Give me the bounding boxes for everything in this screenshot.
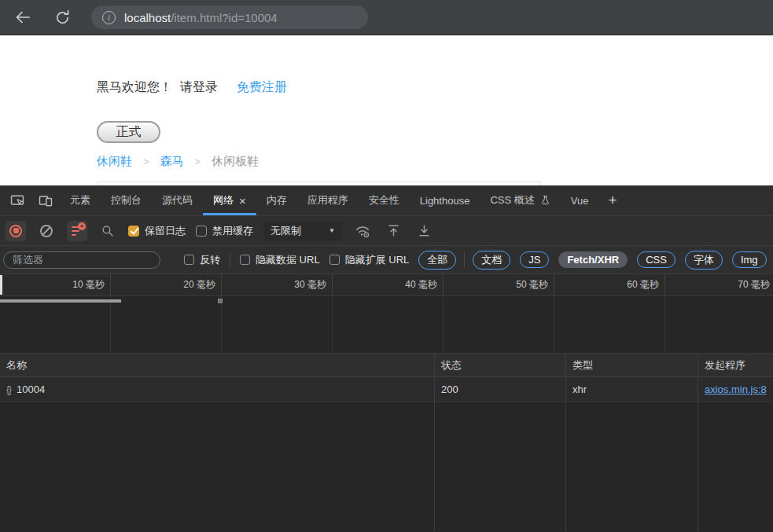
request-name-cell: {} 10004	[0, 377, 435, 402]
timeline-tick: 50 毫秒	[444, 274, 554, 295]
device-toolbar-icon[interactable]	[31, 185, 60, 215]
address-bar[interactable]: i localhost/item.html?id=10004	[91, 6, 368, 29]
filter-pill-img[interactable]: Img	[732, 251, 767, 268]
url-path: /item.html?id=10004	[171, 11, 278, 24]
timeline-tick: 20 毫秒	[111, 274, 222, 295]
invert-checkbox[interactable]: 反转	[184, 253, 220, 267]
timeline-tick: 30 毫秒	[222, 274, 333, 295]
import-har-icon[interactable]	[383, 221, 403, 241]
column-header-name[interactable]: 名称	[0, 354, 435, 376]
experiment-flask-icon	[540, 195, 550, 206]
record-ring	[9, 225, 22, 237]
timeline-ruler: 10 毫秒 20 毫秒 30 毫秒 40 毫秒 50 毫秒 60 毫秒 70 毫…	[0, 274, 773, 296]
filter-pill-fetch-xhr[interactable]: Fetch/XHR	[558, 251, 628, 268]
tab-lighthouse[interactable]: Lighthouse	[410, 185, 480, 215]
tab-close-icon[interactable]: ×	[239, 195, 246, 207]
network-overview[interactable]	[0, 296, 773, 354]
requests-table-empty-area	[0, 402, 773, 531]
column-header-initiator[interactable]: 发起程序	[698, 354, 773, 376]
request-row[interactable]: {} 10004 200 xhr axios.min.js:8	[0, 377, 773, 402]
filter-pill-css[interactable]: CSS	[637, 251, 675, 268]
divider	[464, 252, 465, 267]
timeline-tick: 60 毫秒	[554, 274, 665, 295]
devtools-panel: 元素 控制台 源代码 网络 × 内存 应用程序 安全性 Lighthouse C…	[0, 185, 773, 532]
throttling-dropdown[interactable]: 无限制 ▼	[263, 222, 342, 240]
divider	[230, 252, 230, 267]
checkbox-unchecked-icon	[240, 255, 250, 265]
export-har-icon[interactable]	[414, 221, 434, 241]
request-name: 10004	[17, 383, 45, 395]
json-braces-icon: {}	[6, 384, 11, 395]
record-network-log-icon[interactable]	[6, 221, 26, 241]
breadcrumb-current: 休闲板鞋	[212, 154, 259, 169]
tab-application[interactable]: 应用程序	[297, 185, 359, 215]
filter-pill-all[interactable]: 全部	[418, 251, 456, 270]
hide-data-url-checkbox[interactable]: 隐藏数据 URL	[240, 253, 320, 267]
timeline-tick: 40 毫秒	[333, 274, 444, 295]
network-conditions-icon[interactable]	[352, 221, 373, 241]
filter-active-badge: ×	[78, 222, 86, 230]
chevron-down-icon: ▼	[329, 227, 335, 234]
filter-toggle-icon[interactable]: ×	[67, 221, 87, 241]
reload-icon[interactable]	[52, 7, 72, 28]
tab-css-overview[interactable]: CSS 概述	[480, 185, 560, 215]
checkbox-checked-icon	[128, 226, 139, 237]
network-toolbar: × 保留日志 禁用缓存 无限制 ▼	[0, 216, 773, 246]
breadcrumb-separator: >	[195, 156, 201, 167]
filter-pill-doc[interactable]: 文档	[473, 251, 510, 270]
hide-extension-url-checkbox[interactable]: 隐藏扩展 URL	[329, 253, 410, 267]
tab-network[interactable]: 网络 ×	[203, 185, 256, 215]
column-header-type[interactable]: 类型	[566, 354, 698, 376]
page-content: 黑马欢迎您！ 请登录 免费注册 正式 休闲鞋 > 森马 > 休闲板鞋 森馬 森马…	[0, 35, 773, 185]
checkbox-unchecked-icon	[329, 255, 340, 265]
clear-network-log-icon[interactable]	[36, 221, 57, 241]
tab-vue[interactable]: Vue	[561, 185, 599, 215]
devtools-tabbar: 元素 控制台 源代码 网络 × 内存 应用程序 安全性 Lighthouse C…	[0, 185, 773, 216]
welcome-bar: 黑马欢迎您！ 请登录 免费注册	[97, 79, 287, 96]
filter-pill-font[interactable]: 字体	[685, 251, 723, 270]
filter-input[interactable]	[3, 251, 160, 269]
breadcrumb: 休闲鞋 > 森马 > 休闲板鞋	[97, 154, 259, 169]
inspect-element-icon[interactable]	[3, 185, 31, 215]
disable-cache-checkbox[interactable]: 禁用缓存	[196, 224, 253, 238]
tab-security[interactable]: 安全性	[359, 185, 410, 215]
filter-pill-js[interactable]: JS	[520, 251, 549, 268]
tab-sources[interactable]: 源代码	[152, 185, 203, 215]
tab-memory[interactable]: 内存	[256, 185, 297, 215]
breadcrumb-category[interactable]: 休闲鞋	[97, 154, 132, 169]
requests-table-header: 名称 状态 类型 发起程序	[0, 354, 773, 377]
browser-toolbar: i localhost/item.html?id=10004	[0, 0, 773, 35]
more-tabs-icon[interactable]: +	[598, 185, 626, 215]
timeline-tick: 70 毫秒	[665, 274, 773, 295]
register-link[interactable]: 免费注册	[237, 79, 287, 96]
preserve-log-checkbox[interactable]: 保留日志	[128, 224, 186, 238]
site-info-icon[interactable]: i	[102, 11, 116, 24]
network-filterbar: 反转 隐藏数据 URL 隐藏扩展 URL 全部 文档 JS Fetch/XHR …	[0, 246, 773, 274]
url-host: localhost	[124, 11, 171, 24]
url-text: localhost/item.html?id=10004	[124, 11, 278, 24]
column-header-status[interactable]: 状态	[435, 354, 566, 376]
welcome-text: 黑马欢迎您！	[97, 79, 172, 96]
initiator-link[interactable]: axios.min.js:8	[705, 383, 767, 395]
request-status-cell: 200	[435, 377, 566, 402]
search-icon[interactable]	[98, 221, 118, 241]
request-type-cell: xhr	[566, 377, 698, 402]
checkbox-unchecked-icon	[196, 226, 207, 237]
login-link[interactable]: 请登录	[180, 79, 218, 96]
timeline-tick: 10 毫秒	[0, 274, 111, 295]
breadcrumb-separator: >	[143, 156, 149, 167]
back-icon[interactable]	[13, 7, 33, 28]
version-button[interactable]: 正式	[97, 121, 160, 143]
tab-elements[interactable]: 元素	[60, 185, 101, 215]
overview-request-bar	[0, 299, 121, 303]
request-initiator-cell: axios.min.js:8	[698, 377, 773, 402]
timeline-caret	[0, 275, 2, 295]
breadcrumb-brand[interactable]: 森马	[160, 154, 184, 169]
overview-event-marker	[218, 299, 223, 303]
tab-console[interactable]: 控制台	[101, 185, 152, 215]
checkbox-unchecked-icon	[184, 255, 194, 265]
